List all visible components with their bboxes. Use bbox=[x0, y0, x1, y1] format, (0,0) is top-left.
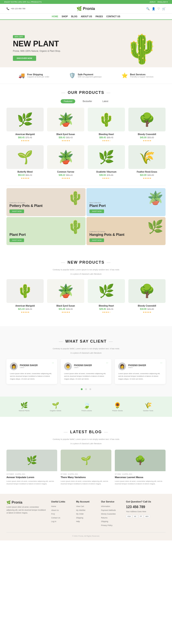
new-product-stars-3: ★★★★★ bbox=[128, 311, 166, 313]
footer-useful-link-0[interactable]: Home bbox=[51, 505, 71, 508]
footer-contact-col: Got Question? Call Us 123 456 789 Your A… bbox=[126, 500, 166, 528]
footer-useful-link-3[interactable]: Contact Us bbox=[51, 516, 71, 520]
nav-link-blog[interactable]: BLOG bbox=[71, 15, 77, 18]
footer-service-link-0[interactable]: Information bbox=[101, 505, 121, 508]
product-stars-5: ★★★★★ bbox=[47, 177, 84, 179]
testimonial-name-2: PHOENIX BAKER bbox=[128, 364, 146, 366]
footer-grid: 🌿 Pronia Lorem ipsum dolor sit amet, con… bbox=[6, 500, 166, 528]
banner-title-1: Plant Port bbox=[89, 204, 106, 208]
testimonial-text-1: Lorem ipsum dolor sit amet, consectetur … bbox=[64, 372, 108, 380]
footer-about-col: 🌿 Pronia Lorem ipsum dolor sit amet, con… bbox=[6, 500, 46, 528]
top-bar-register[interactable]: ENGLISH ▾ bbox=[158, 1, 168, 3]
blog-date-1: ST ONNI · 24 APRIL 2021 bbox=[61, 473, 111, 475]
nav-link-shop[interactable]: SHOP bbox=[62, 15, 68, 18]
new-product-stars-1: ★★★★★ bbox=[47, 311, 84, 313]
footer-service-link-4[interactable]: Shipping bbox=[101, 520, 121, 523]
product-price-3: $45.00$55.00 bbox=[128, 136, 166, 139]
footer-service-link-3[interactable]: Returns bbox=[101, 516, 121, 520]
header: 📞 +00 123 456 789 🌿 Pronia 🔍 👤 ♡ 🛒 bbox=[0, 4, 172, 14]
new-product-card-3[interactable]: 🌳 Bloody Cranesbill $18.90$25.90 ★★★★★ bbox=[128, 279, 166, 313]
testimonial-header-2: 👩 PHOENIX BAKER Client bbox=[118, 362, 162, 370]
footer-logo[interactable]: 🌿 Pronia bbox=[6, 500, 46, 504]
brand-label-2: Fresh Leaves bbox=[82, 410, 92, 412]
header-phone: +00 123 456 789 bbox=[11, 8, 25, 10]
banner-btn-1[interactable]: SHOP NOW bbox=[89, 210, 104, 213]
payment-icon-0: VISA bbox=[126, 515, 132, 518]
banner-btn-2[interactable]: SHOP NOW bbox=[9, 238, 24, 242]
hero-plant-icon: 🌵 bbox=[124, 35, 159, 63]
product-image-1: 🪴 bbox=[47, 108, 84, 132]
new-product-stars-0: ★★★★★ bbox=[6, 311, 44, 313]
dot-1[interactable] bbox=[81, 388, 83, 390]
footer-account-link-3[interactable]: Shipping bbox=[76, 516, 96, 520]
new-product-card-1[interactable]: 🪴 Black Eyed Susan $31.40$39.40 ★★★★★ bbox=[47, 279, 84, 313]
banner-btn-3[interactable]: SHOP NOW bbox=[89, 238, 104, 242]
product-image-7: 🌾 bbox=[128, 145, 166, 169]
testimonial-role-0: Client bbox=[20, 366, 38, 368]
nav-link-contact-us[interactable]: CONTACT US bbox=[106, 15, 120, 18]
testimonials-section: WHAT SAY CLIENT Contrary to popular beli… bbox=[0, 326, 172, 396]
product-card-4[interactable]: 🌱 Butterfly Weed $53.43$60.43 ★★★★★ bbox=[6, 145, 44, 179]
banner-1: 🪴 New Collection Plant Port SHOP NOW bbox=[86, 188, 166, 216]
banner-btn-0[interactable]: SHOP NOW bbox=[9, 210, 24, 213]
search-icon[interactable]: 🔍 bbox=[146, 7, 150, 10]
wishlist-icon[interactable]: ♡ bbox=[157, 7, 160, 10]
nav-link-home[interactable]: HOME bbox=[52, 15, 58, 18]
user-icon[interactable]: 👤 bbox=[152, 7, 155, 10]
footer-service-link-1[interactable]: Payment Methods bbox=[101, 509, 121, 512]
testimonial-text-2: Lorem ipsum dolor sit amet, consectetur … bbox=[118, 372, 162, 380]
footer-account-link-4[interactable]: Help bbox=[76, 520, 96, 523]
footer-account-link-1[interactable]: My Wishlist bbox=[76, 509, 96, 512]
product-card-1[interactable]: 🪴 Black Eyed Susan $58.43$65.43 ★★★★★ bbox=[47, 108, 84, 142]
dot-3[interactable] bbox=[89, 388, 91, 390]
brand-icon-2: 🍃 bbox=[82, 402, 92, 409]
new-products-section: NEW PRODUCTS Contrary to popular belief,… bbox=[0, 252, 172, 326]
banner-plant-icon-1: 🪴 bbox=[147, 190, 164, 206]
product-tab-bestseller[interactable]: Bestseller bbox=[80, 99, 95, 103]
hero-cta-button[interactable]: DISCOVER NOW bbox=[13, 56, 36, 61]
footer-account-col: My Account View CartMy WishlistMy OrderS… bbox=[76, 500, 96, 528]
footer-useful-link-1[interactable]: About Us bbox=[51, 509, 71, 512]
new-product-card-2[interactable]: 🌿 Bleeding Heart $29.45$39.45 ★★★★☆ bbox=[88, 279, 125, 313]
footer-account-link-2[interactable]: My Order bbox=[76, 512, 96, 516]
footer-account-link-0[interactable]: View Cart bbox=[76, 505, 96, 508]
blog-card-0[interactable]: 🌿 OCTOBER · 24 APRIL 2021 Aenean Vulputa… bbox=[6, 450, 57, 487]
new-product-name-3: Bloody Cranesbill bbox=[128, 305, 166, 307]
product-name-0: American Marigold bbox=[6, 133, 44, 136]
footer-logo-leaf: 🌿 bbox=[6, 500, 11, 504]
logo[interactable]: 🌿 Pronia bbox=[77, 6, 95, 11]
nav-link-about-us[interactable]: ABOUT US bbox=[81, 15, 92, 18]
top-bar-login[interactable]: JOIN ▾ bbox=[149, 1, 156, 3]
blog-card-2[interactable]: 🌳 ST ONNI · 24 APRIL 2021 Maecenas Laore… bbox=[115, 450, 166, 487]
footer-logo-name: Pronia bbox=[12, 500, 22, 504]
blog-card-1[interactable]: 🌱 ST ONNI · 24 APRIL 2021 There Many Var… bbox=[61, 450, 111, 487]
brand-icon-4: 🌾 bbox=[143, 402, 153, 409]
testimonial-name-0: PHOENIX BAKER bbox=[20, 364, 38, 366]
product-card-2[interactable]: 🌵 Bleeding Heart $89.45$99.45 ★★★★☆ bbox=[88, 108, 125, 142]
product-card-3[interactable]: 🌳 Bloody Cranesbill $45.00$55.00 ★★★★★ bbox=[128, 108, 166, 142]
dot-2[interactable] bbox=[85, 388, 87, 390]
nav-link-pages[interactable]: PAGES bbox=[95, 15, 103, 18]
banner-3: 🌿 Collection Of Cactus Hanging Pots & Pl… bbox=[86, 217, 166, 245]
testimonial-header-1: 👨 PHOENIX BAKER Client bbox=[64, 362, 108, 370]
product-card-7[interactable]: 🌾 Feather Reed-Grass $22.00$30.00 ★★★★★ bbox=[128, 145, 166, 179]
footer-service-link-5[interactable]: Privacy Policy bbox=[101, 524, 121, 527]
product-tab-featured[interactable]: Featured bbox=[61, 99, 75, 103]
new-product-price-2: $29.45$39.45 bbox=[88, 308, 125, 310]
product-card-5[interactable]: 🪴 Common Yarrow $48.22$55.22 ★★★★★ bbox=[47, 145, 84, 179]
product-stars-3: ★★★★★ bbox=[128, 140, 166, 142]
footer-useful-link-4[interactable]: Log In bbox=[51, 520, 71, 523]
new-product-card-0[interactable]: 🌵 American Marigold $21.43$29.43 ★★★★★ bbox=[6, 279, 44, 313]
cart-icon[interactable]: 🛒 bbox=[162, 7, 166, 10]
product-tab-latest[interactable]: Latest bbox=[99, 99, 111, 103]
product-card-0[interactable]: 🌿 American Marigold $68.45$75.45 ★★★★★ bbox=[6, 108, 44, 142]
testimonials-subtitle2: in a piece of classical Latin literature bbox=[6, 352, 166, 354]
features-section: 🚚 Free Shipping Capped at $199 per order… bbox=[0, 67, 172, 84]
product-card-6[interactable]: 🌿 Ocaklette Viburnum $36.55$45.55 ★★★★☆ bbox=[88, 145, 125, 179]
footer-service-link-2[interactable]: Money Guarantee bbox=[101, 512, 121, 516]
top-bar: ENJOY EXTRA 15% OFF ALL PRODUCTS JOIN ▾ … bbox=[0, 0, 172, 4]
product-stars-6: ★★★★☆ bbox=[88, 177, 125, 179]
banner-content-2: Plant Port SHOP NOW bbox=[9, 232, 26, 242]
footer-useful-link-2[interactable]: FAQ bbox=[51, 512, 71, 516]
new-product-name-0: American Marigold bbox=[6, 305, 44, 307]
